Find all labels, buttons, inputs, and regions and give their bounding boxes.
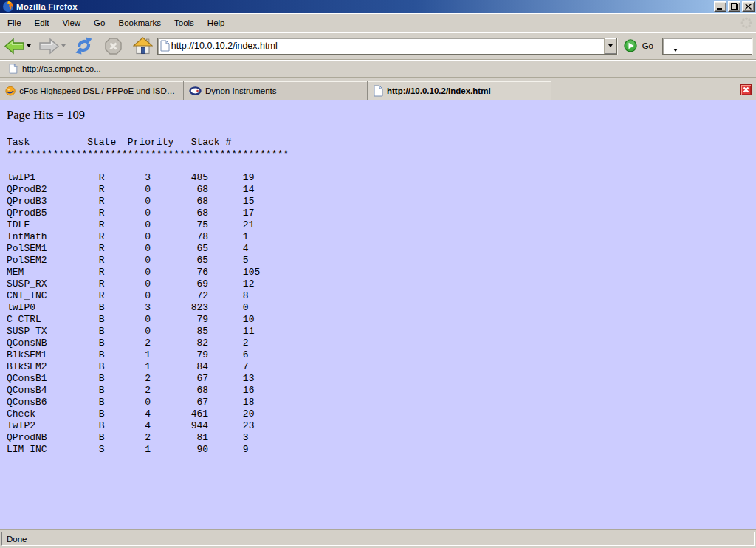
menu-item-bookmarks[interactable]: Bookmarks (111, 16, 168, 30)
tab-label: http://10.0.10.2/index.html (387, 86, 491, 95)
menu-item-edit[interactable]: Edit (28, 16, 56, 30)
menu-item-view[interactable]: View (55, 16, 87, 30)
throbber-icon (740, 17, 752, 29)
window-titlebar[interactable]: Mozilla Firefox (0, 0, 756, 13)
tab-strip: cFos Highspeed DSL / PPPoE und ISDN CAP.… (0, 78, 756, 100)
stop-button[interactable] (103, 36, 123, 56)
status-field: Done (1, 532, 755, 546)
status-text: Done (7, 535, 27, 544)
url-bar (157, 38, 617, 55)
window-controls (712, 1, 755, 12)
search-engine-dropdown[interactable] (673, 49, 678, 52)
go-label: Go (642, 41, 653, 50)
menu-bar: File Edit View Go Bookmarks Tools Help (0, 13, 756, 32)
search-bar: G (662, 38, 752, 55)
back-icon (4, 38, 24, 55)
close-tab-button[interactable] (740, 84, 752, 95)
dynon-icon (189, 85, 202, 97)
window-title: Mozilla Firefox (16, 2, 712, 11)
close-tab-icon (743, 86, 749, 93)
search-input[interactable] (665, 38, 756, 54)
menu-item-tools[interactable]: Tools (168, 16, 201, 30)
tab-cfos[interactable]: cFos Highspeed DSL / PPPoE und ISDN CAP.… (0, 81, 184, 100)
home-button[interactable] (132, 36, 154, 55)
tab-dynon[interactable]: Dynon Instruments (184, 81, 368, 100)
browser-window: Mozilla Firefox File Edit View Go Bookma… (0, 0, 756, 548)
back-dropdown-button[interactable] (27, 44, 31, 47)
home-icon (133, 37, 153, 55)
minimize-button[interactable] (714, 1, 726, 12)
forward-button[interactable] (38, 37, 60, 55)
menu-item-go[interactable]: Go (87, 16, 111, 30)
go-button[interactable]: Go (624, 39, 653, 52)
restore-icon (731, 4, 738, 10)
tab-label: cFos Highspeed DSL / PPPoE und ISDN CAP.… (19, 86, 178, 95)
page-hits-text: Page Hits = 109 (7, 108, 756, 123)
bookmarks-toolbar: http://as.cmpnet.co... (0, 60, 756, 78)
page-content: Page Hits = 109 Task State Priority Stac… (0, 100, 756, 530)
tab-label: Dynon Instruments (205, 86, 277, 95)
tab-active-10-0-10-2[interactable]: http://10.0.10.2/index.html (368, 81, 551, 100)
go-icon (624, 39, 637, 52)
restore-button[interactable] (728, 1, 740, 12)
reload-icon (74, 36, 94, 55)
task-table: Task State Priority Stack # ************… (7, 137, 756, 456)
url-input[interactable] (170, 38, 604, 54)
page-icon (374, 85, 383, 97)
close-icon (745, 4, 752, 10)
page-icon (9, 64, 18, 74)
forward-icon (39, 38, 59, 55)
cfos-icon (5, 85, 16, 97)
menu-item-help[interactable]: Help (201, 16, 232, 30)
menu-item-file[interactable]: File (1, 16, 28, 30)
url-dropdown-button[interactable] (604, 38, 616, 54)
close-button[interactable] (742, 1, 755, 12)
back-button[interactable] (4, 37, 25, 55)
stop-icon (104, 37, 123, 55)
bookmark-item[interactable]: http://as.cmpnet.co... (6, 62, 104, 75)
minimize-icon (717, 8, 722, 10)
chevron-down-icon (608, 44, 613, 47)
page-icon (160, 40, 170, 52)
forward-dropdown-button[interactable] (61, 44, 66, 47)
status-bar: Done (0, 530, 756, 548)
navigation-toolbar: Go G (0, 32, 756, 60)
firefox-logo-icon (2, 1, 14, 13)
reload-button[interactable] (73, 35, 94, 56)
bookmark-label: http://as.cmpnet.co... (22, 64, 101, 73)
